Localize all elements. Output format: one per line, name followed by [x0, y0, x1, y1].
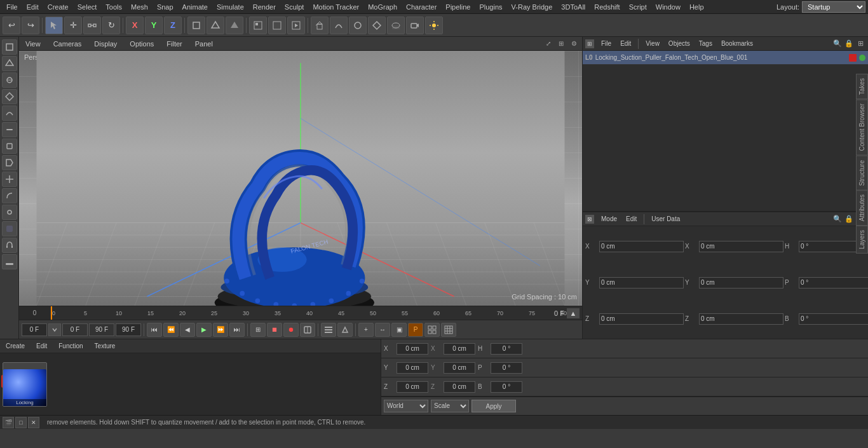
om-lock-icon[interactable]: 🔒	[844, 39, 854, 49]
attr-z-input[interactable]	[599, 313, 684, 325]
tool-joint[interactable]	[2, 172, 17, 187]
coord-x-rot-input[interactable]	[444, 343, 475, 355]
frame-up-btn[interactable]: ▲	[567, 308, 580, 318]
om-expand-icon[interactable]: ⊞	[855, 39, 865, 49]
menu-edit[interactable]: Edit	[23, 2, 43, 12]
tab-attributes[interactable]: Attributes	[856, 190, 868, 226]
menu-script[interactable]: Script	[625, 2, 651, 12]
camera-btn[interactable]	[406, 17, 424, 34]
coord-z-rot-input[interactable]	[444, 381, 475, 393]
apply-button[interactable]: Apply	[471, 400, 516, 412]
btn-loop[interactable]: ⊞	[250, 323, 266, 337]
world-select[interactable]: World	[384, 400, 428, 412]
menu-mesh[interactable]: Mesh	[127, 2, 152, 12]
btn-p-marker[interactable]: P	[408, 323, 423, 337]
obj-edit-btn[interactable]: Edit	[617, 39, 634, 48]
mat-function-btn[interactable]: Function	[55, 342, 86, 350]
btn-record[interactable]: ⏺	[283, 323, 299, 337]
select-tool-button[interactable]	[45, 17, 63, 34]
tool-magnet[interactable]	[2, 238, 17, 253]
attr-userdata-btn[interactable]: User Data	[648, 215, 683, 223]
obj-view-btn[interactable]: View	[642, 39, 663, 48]
viewport-menu-cameras[interactable]: Cameras	[50, 39, 86, 49]
btn-move-keyframe[interactable]: ↔	[375, 323, 390, 337]
menu-simulate[interactable]: Simulate	[213, 2, 248, 12]
btn-last-frame[interactable]: ⏭	[229, 323, 245, 337]
interactive-render-btn[interactable]	[287, 17, 305, 34]
viewport-menu-panel[interactable]: Panel	[191, 39, 217, 49]
render-region-btn[interactable]	[268, 17, 286, 34]
tool-model[interactable]	[2, 39, 17, 55]
menu-snap[interactable]: Snap	[153, 2, 177, 12]
frame-end2-input[interactable]	[116, 323, 141, 336]
mat-create-btn[interactable]: Create	[3, 342, 28, 350]
coord-z-pos-input[interactable]	[397, 381, 428, 393]
vp-maximize[interactable]: ⤢	[543, 38, 554, 50]
menu-render[interactable]: Render	[249, 2, 280, 12]
tool-floor[interactable]	[2, 254, 17, 269]
undo-button[interactable]: ↩	[3, 17, 20, 34]
vp-layout[interactable]: ⊞	[555, 38, 567, 50]
y-axis-button[interactable]: Y	[145, 17, 163, 34]
menu-plugins[interactable]: Plugins	[475, 2, 506, 12]
menu-motion-tracker[interactable]: Motion Tracker	[309, 2, 363, 12]
btn-stop[interactable]: ⏹	[267, 323, 282, 337]
attr-edit-btn[interactable]: Edit	[623, 215, 640, 223]
tool-paint[interactable]	[2, 221, 17, 236]
polygon-mode-button[interactable]	[226, 17, 243, 34]
menu-help[interactable]: Help	[686, 2, 708, 12]
coord-y-pos-input[interactable]	[397, 362, 428, 374]
tool-polygon[interactable]	[2, 89, 17, 104]
rotate-tool-button[interactable]: ↻	[102, 17, 120, 34]
coord-x-pos-input[interactable]	[397, 343, 428, 355]
menu-tools[interactable]: Tools	[102, 2, 126, 12]
edge-mode-button[interactable]	[207, 17, 224, 34]
tool-tag[interactable]	[2, 155, 17, 170]
tool-object[interactable]	[2, 139, 17, 154]
tab-structure[interactable]: Structure	[856, 156, 868, 191]
tool-spline[interactable]	[2, 105, 17, 121]
om-search-icon[interactable]: 🔍	[832, 39, 843, 49]
coord-h-input[interactable]	[491, 343, 522, 355]
table-row[interactable]: L0 Locking_Suction_Puller_Falon_Tech_Ope…	[583, 51, 868, 65]
coord-y-rot-input[interactable]	[444, 362, 475, 374]
viewport-menu-view[interactable]: View	[22, 39, 44, 49]
btn-playback-settings[interactable]	[321, 323, 336, 337]
status-mode-icon[interactable]: □	[15, 417, 27, 428]
menu-file[interactable]: File	[3, 2, 22, 12]
mat-texture-btn[interactable]: Texture	[92, 342, 119, 350]
obj-bookmarks-btn[interactable]: Bookmarks	[718, 39, 756, 48]
btn-next-frame[interactable]: ⏩	[213, 323, 228, 337]
coord-p-input[interactable]	[491, 362, 522, 374]
menu-3dto[interactable]: 3DToAll	[557, 2, 589, 12]
frame-start-spin[interactable]	[48, 323, 61, 336]
frame-start-input[interactable]	[22, 323, 47, 336]
spline-btn[interactable]	[349, 17, 367, 34]
attr-x-input[interactable]	[599, 241, 684, 252]
move-tool-button[interactable]: ✛	[64, 17, 82, 34]
tool-axis[interactable]	[2, 72, 17, 88]
status-render-icon[interactable]: 🎬	[3, 417, 14, 428]
attr-xrot-input[interactable]	[699, 241, 783, 252]
cube-btn[interactable]	[311, 17, 329, 34]
btn-add-keyframe[interactable]: +	[358, 323, 374, 337]
tab-layers[interactable]: Layers	[856, 226, 868, 254]
viewport-menu-display[interactable]: Display	[90, 39, 121, 49]
attr-mode-btn[interactable]: Mode	[598, 215, 620, 223]
viewport-3d[interactable]: Perspective	[19, 51, 582, 306]
obj-file-btn[interactable]: File	[598, 39, 614, 48]
redo-button[interactable]: ↪	[22, 17, 39, 34]
attr-b-input[interactable]	[799, 313, 868, 325]
menu-redshift[interactable]: Redshift	[590, 2, 623, 12]
scale-tool-button[interactable]	[83, 17, 101, 34]
menu-window[interactable]: Window	[652, 2, 684, 12]
btn-keyframe-select[interactable]: ▣	[391, 323, 407, 337]
viewport-menu-filter[interactable]: Filter	[163, 39, 186, 49]
btn-render-preview[interactable]	[441, 323, 456, 337]
coord-b-input[interactable]	[491, 381, 522, 393]
attr-lock-icon[interactable]: 🔒	[844, 214, 854, 224]
scale-select[interactable]: Scale	[431, 400, 469, 412]
menu-mograph[interactable]: MoGraph	[364, 2, 401, 12]
menu-create[interactable]: Create	[44, 2, 72, 12]
btn-motion-path[interactable]	[337, 323, 353, 337]
